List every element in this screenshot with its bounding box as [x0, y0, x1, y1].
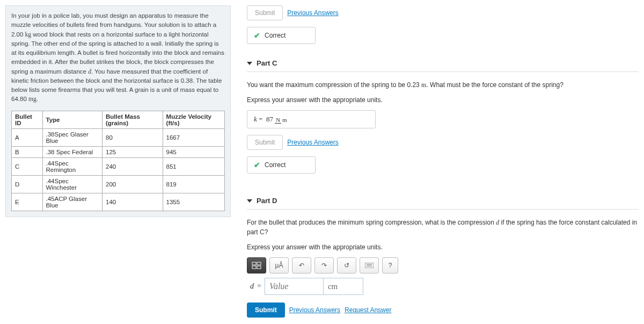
check-icon: ✔: [254, 31, 260, 40]
unit-input[interactable]: [323, 278, 363, 295]
previous-answers-link[interactable]: Previous Answers: [289, 306, 340, 314]
part-c-answer: k = 87 Nm: [247, 110, 376, 128]
table-header: Muzzle Velocity (ft/s): [163, 111, 224, 128]
undo-button[interactable]: ↶: [292, 257, 311, 273]
table-row: E.45ACP Glaser Blue1401355: [12, 193, 225, 211]
correct-feedback: ✔ Correct: [247, 27, 316, 44]
table-header: Type: [42, 111, 103, 128]
table-header: Bullet ID: [12, 111, 43, 128]
table-row: C.44Spec Remington240851: [12, 157, 225, 175]
table-header: Bullet Mass (grains): [103, 111, 163, 128]
submit-button[interactable]: Submit: [247, 303, 285, 318]
previous-answers-link[interactable]: Previous Answers: [287, 9, 338, 17]
previous-answers-link[interactable]: Previous Answers: [287, 139, 338, 146]
template-picker-button[interactable]: [247, 257, 266, 273]
submit-button[interactable]: Submit: [247, 5, 283, 20]
part-c-body: You want the maximum compression of the …: [247, 77, 639, 192]
svg-rect-1: [257, 262, 261, 265]
part-d-header[interactable]: Part D: [247, 192, 639, 210]
svg-rect-0: [252, 262, 256, 265]
table-row: A.38Spec Glaser Blue801667: [12, 128, 225, 146]
problem-statement: In your job in a police lab, you must de…: [5, 5, 231, 217]
check-icon: ✔: [254, 161, 260, 169]
redo-button[interactable]: ↷: [314, 257, 334, 273]
part-d-body: For the bullet that produces the minimum…: [247, 215, 639, 324]
keyboard-button[interactable]: [360, 257, 379, 273]
svg-rect-4: [365, 263, 374, 268]
caret-down-icon: [247, 199, 252, 203]
correct-feedback: ✔ Correct: [247, 156, 316, 174]
problem-text: In your job in a police lab, you must de…: [11, 11, 225, 104]
table-row: B.38 Spec Federal125945: [12, 146, 225, 157]
request-answer-link[interactable]: Request Answer: [345, 306, 391, 314]
table-row: D.44Spec Winchester200819: [12, 175, 225, 193]
firearms-table: Bullet ID Type Bullet Mass (grains) Muzz…: [11, 111, 225, 211]
caret-down-icon: [247, 62, 252, 65]
svg-rect-3: [257, 266, 261, 269]
help-button[interactable]: ?: [382, 257, 398, 273]
svg-rect-2: [252, 266, 256, 269]
submit-button[interactable]: Submit: [247, 135, 283, 150]
value-input[interactable]: [265, 278, 324, 295]
units-button[interactable]: μÅ: [269, 257, 289, 273]
part-c-header[interactable]: Part C: [247, 55, 639, 72]
reset-button[interactable]: ↺: [337, 257, 356, 273]
